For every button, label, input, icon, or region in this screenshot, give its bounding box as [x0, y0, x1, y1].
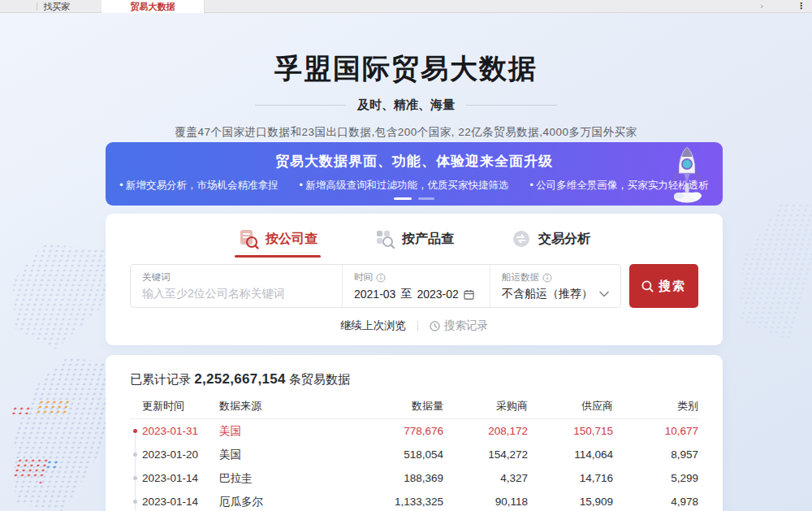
banner-title: 贸易大数据界面、功能、体验迎来全面升级: [106, 152, 723, 171]
upgrade-banner[interactable]: 贸易大数据界面、功能、体验迎来全面升级 新增交易分析，市场机会精准拿捏 新增高级…: [106, 142, 723, 206]
search-history-link[interactable]: 搜索记录: [430, 318, 488, 333]
cell-categories: 10,677: [613, 425, 698, 437]
search-bar-row: 关键词 时间 2021-03 至 2023-02 船运数据: [106, 258, 723, 308]
page-title: 孚盟国际贸易大数据: [0, 50, 812, 88]
search-icon: [641, 280, 654, 292]
time-separator: 至: [400, 287, 412, 301]
search-bar: 关键词 时间 2021-03 至 2023-02 船运数据: [130, 264, 621, 308]
tab-label: 按公司查: [266, 231, 317, 248]
tab-find-buyers[interactable]: 找买家: [24, 0, 89, 13]
cell-suppliers: 15,909: [528, 496, 613, 508]
subtitle-line-left: [255, 105, 346, 106]
cell-buyers: 208,172: [443, 425, 528, 437]
cell-categories: 5,299: [613, 472, 698, 484]
page-subtitle-row: 及时、精准、海量: [0, 97, 812, 113]
search-button-label: 搜索: [659, 279, 686, 294]
time-from[interactable]: 2021-03: [354, 288, 395, 301]
browser-tab-bar: 找买家 贸易大数据 › ⋮: [0, 0, 812, 13]
chevron-down-icon[interactable]: [599, 291, 609, 297]
search-history-label: 搜索记录: [444, 318, 488, 333]
cell-categories: 4,978: [613, 496, 698, 508]
cell-source: 美国: [219, 448, 325, 462]
pagination-dash[interactable]: [418, 197, 434, 200]
col-header-categories: 类别: [613, 399, 698, 414]
tab-label: 按产品查: [402, 231, 454, 248]
company-search-icon: [238, 228, 259, 249]
pagination-dash-active[interactable]: [394, 197, 412, 200]
col-header-volume: 数据量: [325, 399, 443, 414]
time-field[interactable]: 时间 2021-03 至 2023-02: [342, 265, 490, 307]
shipping-value: 不含船运（推荐）: [502, 287, 593, 301]
chevron-right-icon[interactable]: ›: [760, 1, 763, 11]
cell-date: 2023-01-20: [142, 448, 219, 461]
cell-suppliers: 150,715: [528, 425, 613, 437]
cell-volume: 778,676: [325, 425, 443, 437]
col-header-source: 数据来源: [219, 399, 325, 414]
timeline-dot: [130, 443, 142, 466]
cell-date: 2023-01-14: [142, 472, 219, 484]
cell-categories: 8,957: [613, 448, 698, 461]
stats-prefix: 已累计记录: [130, 372, 191, 386]
col-header-date: 更新时间: [142, 399, 219, 414]
banner-bullets: 新增交易分析，市场机会精准拿捏 新增高级查询和过滤功能，优质买家快捷筛选 公司多…: [106, 179, 723, 193]
stats-suffix: 条贸易数据: [289, 372, 350, 386]
col-header-suppliers: 供应商: [528, 399, 613, 414]
keyword-field[interactable]: 关键词: [131, 265, 342, 307]
hero-section: 孚盟国际贸易大数据 及时、精准、海量 覆盖47个国家进口数据和23国出口数据,包…: [0, 50, 812, 140]
shipping-field[interactable]: 船运数据 不含船运（推荐）: [490, 265, 620, 307]
calendar-icon: [464, 289, 474, 300]
timeline-header-spacer: [130, 394, 142, 418]
trade-data-card: 已累计记录 2,252,667,154 条贸易数据 更新时间 数据来源 数据量 …: [106, 355, 723, 511]
cell-buyers: 154,272: [443, 448, 528, 461]
continue-last-browse-link[interactable]: 继续上次浏览: [340, 318, 406, 333]
cell-source: 美国: [219, 424, 325, 439]
tab-label: 交易分析: [538, 231, 590, 248]
keyword-input[interactable]: [142, 287, 330, 300]
links-divider: [417, 321, 418, 331]
cell-date: 2023-01-31: [142, 425, 219, 437]
timeline-dot: [130, 490, 142, 511]
timeline-dot: [130, 419, 142, 443]
quick-links: 继续上次浏览 搜索记录: [106, 318, 723, 333]
time-label: 时间: [354, 271, 373, 284]
info-icon: [542, 273, 552, 283]
cell-buyers: 90,118: [443, 496, 528, 508]
table-row[interactable]: 2023-01-14 巴拉圭 188,369 4,327 14,716 5,29…: [130, 466, 698, 490]
time-to[interactable]: 2023-02: [417, 288, 458, 301]
table-row[interactable]: 2023-01-14 厄瓜多尔 1,133,325 90,118 15,909 …: [130, 490, 698, 511]
tab-trade-bigdata[interactable]: 贸易大数据: [102, 0, 205, 13]
table-header-row: 更新时间 数据来源 数据量 采购商 供应商 类别: [130, 394, 698, 419]
table-row[interactable]: 2023-01-31 美国 778,676 208,172 150,715 10…: [130, 419, 698, 443]
tab-search-by-company[interactable]: 按公司查: [238, 228, 317, 258]
table-row[interactable]: 2023-01-20 美国 518,054 154,272 114,064 8,…: [130, 443, 698, 466]
cell-volume: 1,133,325: [325, 496, 443, 508]
search-button[interactable]: 搜索: [629, 264, 698, 308]
tab-trade-analysis[interactable]: 交易分析: [511, 228, 590, 258]
banner-bullet: 新增高级查询和过滤功能，优质买家快捷筛选: [300, 179, 509, 193]
cell-source: 厄瓜多尔: [219, 495, 325, 509]
rocket-icon: [666, 144, 708, 204]
kebab-menu-icon[interactable]: ⋮: [797, 1, 806, 11]
banner-bullet: 新增交易分析，市场机会精准拿捏: [119, 179, 278, 193]
info-icon: [376, 273, 386, 283]
clock-icon: [430, 321, 440, 331]
search-card: 按公司查 按产品查 交易分析 关键词: [106, 214, 723, 345]
total-records-line: 已累计记录 2,252,667,154 条贸易数据: [130, 355, 698, 388]
keyword-label: 关键词: [142, 271, 330, 284]
shipping-label: 船运数据: [502, 271, 539, 284]
banner-pagination: [106, 197, 723, 200]
stats-total: 2,252,667,154: [194, 371, 286, 387]
cell-suppliers: 114,064: [528, 448, 613, 461]
page-description: 覆盖47个国家进口数据和23国出口数据,包含200个国家, 22亿条贸易数据,4…: [0, 125, 812, 140]
subtitle-line-right: [466, 105, 557, 106]
cell-volume: 188,369: [325, 472, 443, 484]
timeline-dot: [130, 466, 142, 490]
cell-suppliers: 14,716: [528, 472, 613, 484]
product-search-icon: [374, 228, 395, 249]
tab-search-by-product[interactable]: 按产品查: [374, 228, 454, 258]
cell-date: 2023-01-14: [142, 496, 219, 508]
table-body: 2023-01-31 美国 778,676 208,172 150,715 10…: [130, 419, 698, 511]
cell-source: 巴拉圭: [219, 471, 325, 486]
cell-volume: 518,054: [325, 448, 443, 461]
page-subtitle: 及时、精准、海量: [357, 97, 455, 113]
